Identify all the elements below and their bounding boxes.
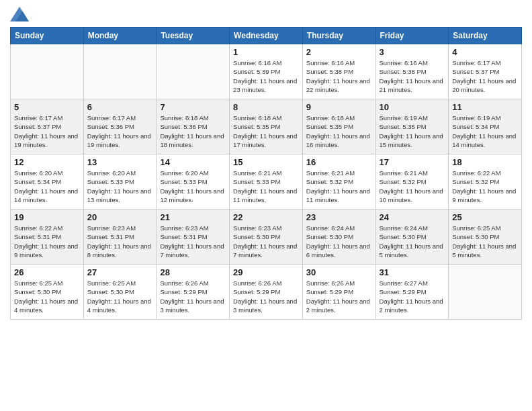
day-cell: 23Sunrise: 6:24 AM Sunset: 5:30 PM Dayli… — [302, 210, 375, 265]
day-cell: 6Sunrise: 6:17 AM Sunset: 5:36 PM Daylig… — [83, 99, 157, 154]
day-info: Sunrise: 6:17 AM Sunset: 5:37 PM Dayligh… — [14, 113, 80, 149]
day-cell: 24Sunrise: 6:24 AM Sunset: 5:30 PM Dayli… — [375, 210, 449, 265]
day-number: 28 — [160, 267, 226, 277]
day-info: Sunrise: 6:23 AM Sunset: 5:31 PM Dayligh… — [87, 224, 153, 259]
logo-area — [10, 7, 32, 21]
day-number: 15 — [233, 157, 299, 167]
week-row-5: 26Sunrise: 6:25 AM Sunset: 5:30 PM Dayli… — [11, 265, 522, 320]
week-row-3: 12Sunrise: 6:20 AM Sunset: 5:34 PM Dayli… — [11, 154, 522, 210]
day-info: Sunrise: 6:24 AM Sunset: 5:30 PM Dayligh… — [306, 224, 372, 259]
day-info: Sunrise: 6:17 AM Sunset: 5:36 PM Dayligh… — [87, 113, 153, 149]
day-number: 29 — [233, 267, 299, 277]
day-number: 10 — [380, 102, 445, 112]
day-number: 1 — [233, 47, 299, 57]
day-info: Sunrise: 6:20 AM Sunset: 5:34 PM Dayligh… — [14, 169, 80, 204]
day-info: Sunrise: 6:16 AM Sunset: 5:38 PM Dayligh… — [380, 58, 445, 94]
day-info: Sunrise: 6:18 AM Sunset: 5:36 PM Dayligh… — [160, 113, 226, 149]
week-row-4: 19Sunrise: 6:22 AM Sunset: 5:31 PM Dayli… — [11, 210, 522, 265]
day-cell: 8Sunrise: 6:18 AM Sunset: 5:35 PM Daylig… — [230, 99, 303, 154]
day-number: 12 — [14, 157, 80, 167]
day-number: 24 — [380, 212, 445, 222]
day-cell: 10Sunrise: 6:19 AM Sunset: 5:35 PM Dayli… — [375, 99, 449, 154]
day-cell: 3Sunrise: 6:16 AM Sunset: 5:38 PM Daylig… — [375, 44, 449, 99]
col-sunday: Sunday — [11, 28, 84, 44]
day-number: 23 — [306, 212, 372, 222]
day-info: Sunrise: 6:26 AM Sunset: 5:29 PM Dayligh… — [160, 279, 226, 314]
day-number: 21 — [160, 212, 226, 222]
day-info: Sunrise: 6:22 AM Sunset: 5:31 PM Dayligh… — [14, 224, 80, 259]
day-number: 2 — [306, 47, 372, 57]
day-cell: 4Sunrise: 6:17 AM Sunset: 5:37 PM Daylig… — [449, 44, 522, 99]
day-number: 14 — [160, 157, 226, 167]
day-cell: 16Sunrise: 6:21 AM Sunset: 5:32 PM Dayli… — [302, 154, 375, 210]
day-number: 22 — [233, 212, 299, 222]
col-saturday: Saturday — [449, 28, 522, 44]
day-cell: 29Sunrise: 6:26 AM Sunset: 5:29 PM Dayli… — [230, 265, 303, 320]
day-cell: 9Sunrise: 6:18 AM Sunset: 5:35 PM Daylig… — [302, 99, 375, 154]
day-info: Sunrise: 6:19 AM Sunset: 5:35 PM Dayligh… — [380, 113, 445, 149]
day-cell: 14Sunrise: 6:20 AM Sunset: 5:33 PM Dayli… — [157, 154, 230, 210]
day-cell: 25Sunrise: 6:25 AM Sunset: 5:30 PM Dayli… — [449, 210, 522, 265]
day-info: Sunrise: 6:26 AM Sunset: 5:29 PM Dayligh… — [233, 279, 299, 314]
day-cell: 19Sunrise: 6:22 AM Sunset: 5:31 PM Dayli… — [11, 210, 84, 265]
day-cell: 17Sunrise: 6:21 AM Sunset: 5:32 PM Dayli… — [375, 154, 449, 210]
day-info: Sunrise: 6:25 AM Sunset: 5:30 PM Dayligh… — [14, 279, 80, 314]
day-number: 5 — [14, 102, 80, 112]
day-info: Sunrise: 6:17 AM Sunset: 5:37 PM Dayligh… — [452, 58, 518, 94]
day-number: 8 — [233, 102, 299, 112]
day-cell — [11, 44, 84, 99]
day-info: Sunrise: 6:19 AM Sunset: 5:34 PM Dayligh… — [452, 113, 518, 149]
day-cell: 22Sunrise: 6:23 AM Sunset: 5:30 PM Dayli… — [230, 210, 303, 265]
day-info: Sunrise: 6:26 AM Sunset: 5:29 PM Dayligh… — [306, 279, 372, 314]
logo-icon — [10, 7, 29, 21]
day-cell: 31Sunrise: 6:27 AM Sunset: 5:29 PM Dayli… — [375, 265, 449, 320]
day-info: Sunrise: 6:20 AM Sunset: 5:33 PM Dayligh… — [87, 169, 153, 204]
day-info: Sunrise: 6:23 AM Sunset: 5:30 PM Dayligh… — [233, 224, 299, 259]
day-info: Sunrise: 6:21 AM Sunset: 5:33 PM Dayligh… — [233, 169, 299, 204]
day-info: Sunrise: 6:20 AM Sunset: 5:33 PM Dayligh… — [160, 169, 226, 204]
day-number: 7 — [160, 102, 226, 112]
day-number: 16 — [306, 157, 372, 167]
day-info: Sunrise: 6:24 AM Sunset: 5:30 PM Dayligh… — [380, 224, 445, 259]
day-info: Sunrise: 6:16 AM Sunset: 5:39 PM Dayligh… — [233, 58, 299, 94]
week-row-1: 1Sunrise: 6:16 AM Sunset: 5:39 PM Daylig… — [11, 44, 522, 99]
day-cell: 5Sunrise: 6:17 AM Sunset: 5:37 PM Daylig… — [11, 99, 84, 154]
day-info: Sunrise: 6:21 AM Sunset: 5:32 PM Dayligh… — [306, 169, 372, 204]
day-number: 4 — [452, 47, 518, 57]
day-info: Sunrise: 6:16 AM Sunset: 5:38 PM Dayligh… — [306, 58, 372, 94]
day-number: 31 — [380, 267, 445, 277]
day-number: 11 — [452, 102, 518, 112]
day-number: 26 — [14, 267, 80, 277]
day-cell: 28Sunrise: 6:26 AM Sunset: 5:29 PM Dayli… — [157, 265, 230, 320]
day-cell: 26Sunrise: 6:25 AM Sunset: 5:30 PM Dayli… — [11, 265, 84, 320]
col-tuesday: Tuesday — [157, 28, 230, 44]
day-cell: 7Sunrise: 6:18 AM Sunset: 5:36 PM Daylig… — [157, 99, 230, 154]
day-number: 30 — [306, 267, 372, 277]
day-cell: 15Sunrise: 6:21 AM Sunset: 5:33 PM Dayli… — [230, 154, 303, 210]
day-cell — [449, 265, 522, 320]
day-number: 13 — [87, 157, 153, 167]
day-info: Sunrise: 6:22 AM Sunset: 5:32 PM Dayligh… — [452, 169, 518, 204]
day-number: 25 — [452, 212, 518, 222]
logo — [10, 7, 32, 21]
col-friday: Friday — [375, 28, 449, 44]
day-cell — [83, 44, 157, 99]
day-number: 3 — [380, 47, 445, 57]
page: Sunday Monday Tuesday Wednesday Thursday… — [0, 0, 532, 411]
day-info: Sunrise: 6:23 AM Sunset: 5:31 PM Dayligh… — [160, 224, 226, 259]
day-cell: 12Sunrise: 6:20 AM Sunset: 5:34 PM Dayli… — [11, 154, 84, 210]
calendar-table: Sunday Monday Tuesday Wednesday Thursday… — [10, 27, 522, 320]
header-row: Sunday Monday Tuesday Wednesday Thursday… — [11, 28, 522, 44]
day-number: 6 — [87, 102, 153, 112]
day-number: 19 — [14, 212, 80, 222]
day-cell: 11Sunrise: 6:19 AM Sunset: 5:34 PM Dayli… — [449, 99, 522, 154]
day-info: Sunrise: 6:25 AM Sunset: 5:30 PM Dayligh… — [452, 224, 518, 259]
day-cell: 1Sunrise: 6:16 AM Sunset: 5:39 PM Daylig… — [230, 44, 303, 99]
day-cell: 18Sunrise: 6:22 AM Sunset: 5:32 PM Dayli… — [449, 154, 522, 210]
week-row-2: 5Sunrise: 6:17 AM Sunset: 5:37 PM Daylig… — [11, 99, 522, 154]
day-number: 20 — [87, 212, 153, 222]
day-number: 18 — [452, 157, 518, 167]
col-monday: Monday — [83, 28, 157, 44]
day-info: Sunrise: 6:25 AM Sunset: 5:30 PM Dayligh… — [87, 279, 153, 314]
day-info: Sunrise: 6:18 AM Sunset: 5:35 PM Dayligh… — [233, 113, 299, 149]
